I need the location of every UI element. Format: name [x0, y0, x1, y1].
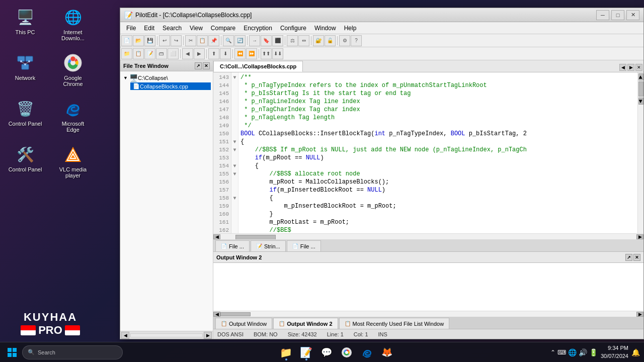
- tb-find[interactable]: 🔍: [223, 35, 234, 46]
- tb-cut[interactable]: ✂: [185, 35, 196, 46]
- panel-float-btn[interactable]: ↗: [195, 62, 202, 69]
- menu-encryption[interactable]: Encryption: [239, 24, 276, 33]
- scrollbar-vertical[interactable]: ▲ ▼: [637, 72, 643, 233]
- tb-undo[interactable]: ↩: [159, 35, 170, 46]
- desktop-icon-vlc[interactable]: VLC media player: [53, 142, 93, 180]
- tb2-2[interactable]: 📋: [133, 48, 144, 59]
- taskbar-app-chrome[interactable]: [338, 343, 356, 361]
- notification-icon[interactable]: 🔔: [631, 348, 640, 356]
- menu-view[interactable]: View: [186, 24, 207, 33]
- editor-tab-main[interactable]: C:\Coll...\CollapseBlocks.cpp: [213, 61, 303, 72]
- output-tab-2[interactable]: 📋 Output Window 2: [273, 318, 338, 329]
- code-content[interactable]: /** * p_nTagTypeIndex refers to the inde…: [238, 72, 637, 233]
- taskbar-search[interactable]: 🔍 Search: [22, 345, 123, 359]
- hscroll-left[interactable]: ◀: [213, 234, 220, 239]
- taskbar-app-whatsapp[interactable]: 💬: [317, 343, 336, 361]
- tb-encode[interactable]: 🔐: [313, 35, 324, 46]
- taskbar-clock[interactable]: 9:34 PM 30/07/2024: [601, 344, 628, 360]
- tb-paste[interactable]: 📌: [208, 35, 219, 46]
- output-float-btn[interactable]: ↗: [625, 254, 632, 261]
- menu-configure[interactable]: Configure: [276, 24, 310, 33]
- menu-file[interactable]: File: [122, 24, 140, 33]
- tb2-11[interactable]: ⏩: [246, 48, 257, 59]
- output-tab-1[interactable]: 📋 Output Window: [215, 318, 272, 329]
- scrollbar-up-arrow[interactable]: ▲: [638, 73, 643, 80]
- desktop-icon-this-pc[interactable]: 🖥️ This PC: [5, 5, 45, 43]
- bottom-tab-file2[interactable]: 📄 File ...: [287, 240, 321, 251]
- bottom-tab-strings[interactable]: 📝 Strin...: [251, 240, 286, 251]
- taskbar-app-file-explorer[interactable]: 📁: [277, 343, 295, 361]
- tb2-3[interactable]: 📝: [144, 48, 155, 59]
- tb-new[interactable]: 📄: [121, 35, 132, 46]
- desktop-icon-microsoft-edge[interactable]: Microsoft Edge: [53, 97, 93, 135]
- tb-decode[interactable]: 🔓: [325, 35, 336, 46]
- start-button[interactable]: [4, 344, 20, 360]
- output-scroll-thumb[interactable]: [220, 312, 251, 316]
- tb2-5[interactable]: ⬜: [168, 48, 179, 59]
- tab-nav-right[interactable]: ▶: [627, 64, 634, 71]
- taskbar-app-pilotedit[interactable]: 📝: [297, 343, 315, 361]
- output-scroll-left[interactable]: ◀: [213, 312, 220, 317]
- scroll-right-btn[interactable]: ▶: [204, 332, 212, 339]
- tb2-10[interactable]: ⏪: [234, 48, 246, 59]
- tb-replace[interactable]: 🔄: [234, 35, 246, 46]
- desktop-icon-recycle-bin[interactable]: 🗑️ Control Panel: [5, 97, 45, 135]
- scroll-left-btn[interactable]: ◀: [121, 332, 129, 339]
- close-button[interactable]: ✕: [626, 10, 639, 20]
- tab-close-btn[interactable]: ✕: [635, 64, 642, 71]
- collapse-152[interactable]: ▼: [231, 146, 238, 154]
- desktop-icon-network[interactable]: Network: [5, 51, 45, 89]
- hscroll-thumb[interactable]: [235, 235, 276, 240]
- minimize-button[interactable]: ─: [596, 10, 609, 20]
- tree-root[interactable]: ▼ 🖥️ C:\Collapse\: [122, 73, 211, 82]
- tray-network-icon[interactable]: 🌐: [568, 348, 577, 356]
- menu-help[interactable]: Help: [340, 24, 361, 33]
- desktop-icon-google-chrome[interactable]: Google Chrome: [53, 51, 93, 89]
- tb2-13[interactable]: ⬇⬇: [272, 48, 283, 59]
- tb2-12[interactable]: ⬆⬆: [261, 48, 272, 59]
- collapse-155[interactable]: ▼: [231, 170, 238, 178]
- desktop-icon-internet-download[interactable]: 🌐 Internet Downlo...: [53, 5, 93, 43]
- output-scroll-right[interactable]: ▶: [636, 312, 643, 317]
- desktop-icon-control-panel[interactable]: 🛠️ Control Panel: [5, 142, 45, 180]
- tray-battery-icon[interactable]: 🔋: [589, 348, 598, 356]
- tb-goto[interactable]: →: [249, 35, 260, 46]
- scrollbar-thumb[interactable]: [638, 81, 643, 97]
- hscroll-right[interactable]: ▶: [636, 234, 643, 239]
- tb-open[interactable]: 📂: [133, 35, 144, 46]
- bottom-tab-file1[interactable]: 📄 File ...: [215, 240, 250, 251]
- collapse-158[interactable]: ▼: [231, 194, 238, 202]
- output-tab-3[interactable]: 📋 Most Recently Used File List Window: [339, 318, 450, 329]
- panel-close-btn[interactable]: ✕: [203, 62, 210, 69]
- tb-merge[interactable]: ⇔: [298, 35, 309, 46]
- tray-up-arrow-icon[interactable]: ⌃: [550, 349, 555, 356]
- menu-search[interactable]: Search: [158, 24, 186, 33]
- scrollbar-down-arrow[interactable]: ▼: [638, 98, 643, 105]
- menu-window[interactable]: Window: [310, 24, 340, 33]
- collapse-151[interactable]: ▼: [231, 138, 238, 146]
- taskbar-app-firefox[interactable]: 🦊: [378, 343, 396, 361]
- tb-help[interactable]: ?: [351, 35, 362, 46]
- tb-copy[interactable]: 📋: [197, 35, 208, 46]
- tray-volume-icon[interactable]: 🔊: [579, 348, 587, 356]
- collapse-143[interactable]: ▼: [231, 73, 238, 81]
- tb2-6[interactable]: ◀: [182, 48, 193, 59]
- tab-nav-left[interactable]: ◀: [619, 64, 626, 71]
- tb-compare[interactable]: ⚖: [287, 35, 298, 46]
- menu-edit[interactable]: Edit: [140, 24, 158, 33]
- tb2-4[interactable]: 🗃: [156, 48, 167, 59]
- tb-settings[interactable]: ⚙: [339, 35, 350, 46]
- output-close-btn[interactable]: ✕: [633, 254, 640, 261]
- tree-file-item[interactable]: 📄 CollapseBlocks.cpp: [130, 82, 211, 90]
- tb-save[interactable]: 💾: [144, 35, 155, 46]
- tb2-1[interactable]: 📁: [121, 48, 132, 59]
- collapse-154[interactable]: ▼: [231, 162, 238, 170]
- tb2-7[interactable]: ▶: [194, 48, 205, 59]
- tb-col[interactable]: ⬛: [272, 35, 283, 46]
- maximize-button[interactable]: □: [611, 10, 624, 20]
- taskbar-app-edge[interactable]: [358, 343, 376, 361]
- tb-redo[interactable]: ↪: [171, 35, 182, 46]
- tb2-9[interactable]: ⬇: [220, 48, 231, 59]
- menu-compare[interactable]: Compare: [207, 24, 239, 33]
- tb-mark[interactable]: 🔖: [261, 35, 272, 46]
